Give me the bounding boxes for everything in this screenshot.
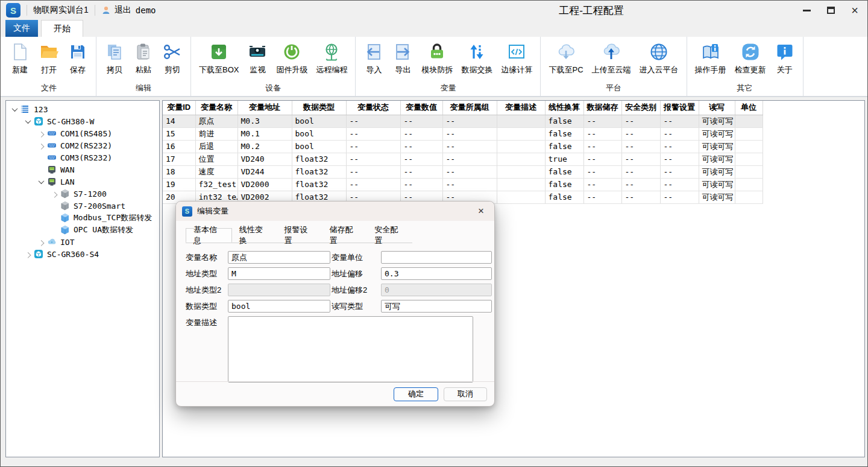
ribbon-button[interactable]: 下载至BOX bbox=[195, 40, 243, 81]
tab-start[interactable]: 开始 bbox=[41, 20, 83, 37]
ok-button[interactable]: 确定 bbox=[394, 387, 438, 401]
column-header[interactable]: 数据储存 bbox=[583, 101, 621, 115]
column-header[interactable]: 变量地址 bbox=[237, 101, 292, 115]
ribbon-button[interactable]: 拷贝 bbox=[100, 40, 129, 81]
ribbon-button[interactable]: 远程编程 bbox=[312, 40, 351, 81]
read-write-type-select[interactable]: 可写 bbox=[381, 300, 492, 313]
column-header[interactable]: 数据类型 bbox=[292, 101, 346, 115]
ribbon-button-label: 边缘计算 bbox=[501, 65, 532, 75]
minimize-button[interactable] bbox=[799, 3, 814, 17]
ribbon-button[interactable]: 边缘计算 bbox=[497, 40, 536, 81]
ribbon-button[interactable]: 检查更新 bbox=[731, 40, 770, 81]
network-icon bbox=[47, 165, 57, 174]
table-cell bbox=[735, 140, 763, 153]
tree-expander-icon[interactable] bbox=[36, 180, 46, 184]
cancel-button[interactable]: 取消 bbox=[444, 387, 487, 401]
column-header[interactable]: 变量名称 bbox=[195, 101, 237, 115]
ribbon-button-label: 粘贴 bbox=[136, 65, 151, 75]
address-type2-label: 地址类型2 bbox=[186, 285, 227, 296]
table-row[interactable]: 19f32_testVD2000float32------false------… bbox=[163, 178, 763, 191]
tree-item[interactable]: S7-1200 bbox=[6, 188, 159, 200]
tree-expander-icon[interactable] bbox=[49, 192, 59, 196]
table-cell bbox=[497, 115, 545, 127]
column-header[interactable]: 变量描述 bbox=[497, 101, 545, 115]
tree-expander-icon[interactable] bbox=[36, 132, 46, 136]
table-row[interactable]: 17位置VD240float32------true------可读可写 bbox=[163, 153, 763, 165]
ribbon-button[interactable]: 进入云平台 bbox=[635, 40, 683, 81]
ribbon-button[interactable]: 固件升级 bbox=[272, 40, 312, 81]
table-cell bbox=[497, 191, 545, 203]
tab-file[interactable]: 文件 bbox=[5, 20, 38, 37]
address-offset2-field[interactable] bbox=[381, 284, 492, 296]
tree-expander-icon[interactable] bbox=[36, 144, 46, 148]
dialog-tab-安全配置[interactable]: 安全配置 bbox=[367, 228, 412, 243]
column-header[interactable]: 读写 bbox=[699, 101, 735, 115]
tree-expander-icon[interactable] bbox=[10, 107, 19, 112]
maximize-button[interactable] bbox=[823, 3, 838, 17]
ribbon-button[interactable]: 粘贴 bbox=[129, 40, 158, 81]
column-header[interactable]: 变量数值 bbox=[400, 101, 442, 115]
ribbon-button-label: 导出 bbox=[395, 65, 410, 75]
address-type-select[interactable]: M bbox=[228, 267, 330, 280]
ribbon-button[interactable]: 剪切 bbox=[158, 40, 187, 81]
ribbon-button[interactable]: 监视 bbox=[243, 40, 272, 81]
table-row[interactable]: 15前进M0.1bool------false------可读可写 bbox=[163, 127, 763, 140]
ribbon-button[interactable]: 导出 bbox=[388, 40, 417, 81]
variable-unit-field[interactable] bbox=[381, 251, 492, 264]
dialog-tab-线性变换[interactable]: 线性变换 bbox=[232, 228, 277, 243]
dialog-tab-储存配置[interactable]: 储存配置 bbox=[322, 228, 367, 243]
ribbon-button[interactable]: 导入 bbox=[359, 40, 388, 81]
ribbon-button[interactable]: 保存 bbox=[63, 40, 92, 81]
column-header[interactable]: 变量所属组 bbox=[442, 101, 497, 115]
ribbon-button[interactable]: 关于 bbox=[770, 40, 799, 81]
address-type2-select[interactable] bbox=[228, 284, 330, 296]
table-cell bbox=[735, 191, 763, 203]
ribbon-button-label: 监视 bbox=[250, 65, 265, 75]
table-row[interactable]: 18速度VD244float32------false------可读可写 bbox=[163, 165, 763, 178]
column-header[interactable]: 安全类别 bbox=[621, 101, 660, 115]
ribbon-button[interactable]: 打开 bbox=[34, 40, 63, 81]
dialog-tab-报警设置[interactable]: 报警设置 bbox=[277, 228, 322, 243]
ribbon-button[interactable]: 新建 bbox=[5, 40, 34, 81]
data-type-value: bool bbox=[231, 302, 250, 311]
tree-item[interactable]: S7-200Smart bbox=[6, 200, 159, 212]
ribbon-button[interactable]: 上传至云端 bbox=[588, 40, 635, 81]
column-header[interactable]: 变量ID bbox=[163, 101, 195, 115]
cloud-icon bbox=[47, 237, 57, 247]
tree-item[interactable]: COM2(RS232) bbox=[6, 139, 159, 151]
variable-name-field[interactable] bbox=[228, 251, 330, 264]
address-offset-field[interactable] bbox=[381, 267, 492, 280]
ribbon-button[interactable]: 下载至PC bbox=[544, 40, 587, 81]
table-row[interactable]: 16后退M0.2bool------false------可读可写 bbox=[163, 140, 763, 153]
ribbon-button[interactable]: 模块防拆 bbox=[417, 40, 457, 81]
export-icon bbox=[392, 42, 413, 62]
column-header[interactable]: 报警设置 bbox=[660, 101, 699, 115]
data-type-select[interactable]: bool bbox=[228, 300, 330, 313]
logout-button[interactable]: 退出 bbox=[115, 5, 131, 16]
tree-item[interactable]: SC-GH380-W bbox=[6, 115, 159, 127]
tree-item[interactable]: COM1(RS485) bbox=[6, 127, 159, 139]
table-cell: 可读可写 bbox=[699, 127, 735, 140]
tree-item[interactable]: LAN bbox=[6, 176, 159, 188]
tree-expander-icon[interactable] bbox=[23, 252, 33, 256]
tree-item[interactable]: Modbus_TCP数据转发 bbox=[6, 212, 159, 224]
table-row[interactable]: 14原点M0.3bool------false------可读可写 bbox=[163, 115, 763, 127]
ribbon-button[interactable]: 数据交换 bbox=[457, 40, 497, 81]
tree-item[interactable]: OPC UA数据转发 bbox=[6, 224, 159, 236]
dialog-close-icon[interactable]: × bbox=[474, 205, 488, 217]
column-header[interactable]: 线性换算 bbox=[545, 101, 583, 115]
ribbon-button[interactable]: 操作手册 bbox=[691, 40, 731, 81]
tree-item[interactable]: IOT bbox=[6, 236, 159, 248]
tree-expander-icon[interactable] bbox=[23, 119, 33, 124]
dialog-tab-基本信息[interactable]: 基本信息 bbox=[186, 228, 232, 243]
variable-description-field[interactable] bbox=[228, 316, 473, 383]
tree-item[interactable]: COM3(RS232) bbox=[6, 151, 159, 164]
tree-item[interactable]: 123 bbox=[6, 103, 159, 115]
save-icon bbox=[68, 42, 88, 62]
column-header[interactable]: 变量状态 bbox=[346, 101, 400, 115]
column-header[interactable]: 单位 bbox=[735, 101, 763, 115]
tree-item[interactable]: SC-GR360-S4 bbox=[6, 248, 159, 260]
tree-item[interactable]: WAN bbox=[6, 164, 159, 176]
tree-expander-icon[interactable] bbox=[36, 240, 46, 244]
close-button[interactable]: × bbox=[847, 3, 863, 17]
